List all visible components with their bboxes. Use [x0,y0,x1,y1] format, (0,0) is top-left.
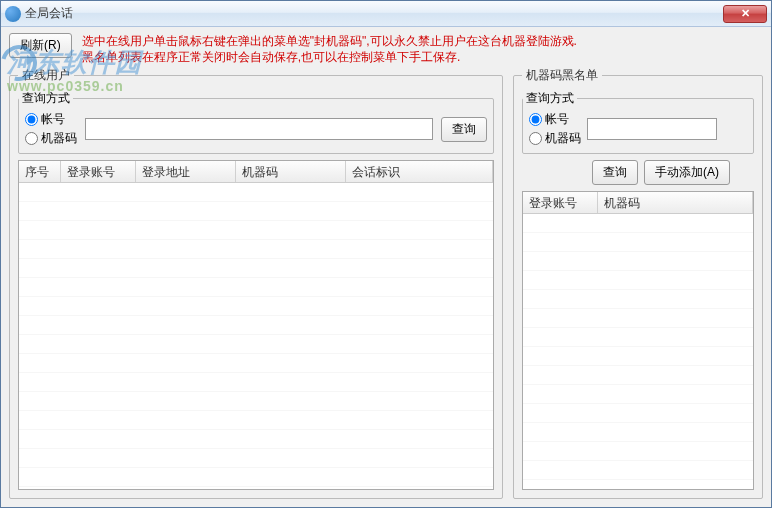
left-col-account[interactable]: 登录账号 [61,161,136,182]
left-listview-header: 序号 登录账号 登录地址 机器码 会话标识 [19,161,493,183]
left-search-button[interactable]: 查询 [441,117,487,142]
left-col-machinecode[interactable]: 机器码 [236,161,346,182]
hint-line-2: 黑名单列表在程序正常关闭时会自动保存,也可以在控制菜单下手工保存. [82,49,577,65]
left-radio-machinecode[interactable]: 机器码 [25,130,77,147]
left-query-legend: 查询方式 [19,90,73,107]
app-icon [5,6,21,22]
hint-text: 选中在线用户单击鼠标右键在弹出的菜单选"封机器码",可以永久禁止用户在这台机器登… [82,33,577,65]
left-query-group: 查询方式 帐号 机器码 [18,90,494,154]
left-radio-machinecode-label: 机器码 [41,130,77,147]
left-radio-machinecode-input[interactable] [25,132,38,145]
right-radio-machinecode[interactable]: 机器码 [529,130,581,147]
left-col-index[interactable]: 序号 [19,161,61,182]
manual-add-button[interactable]: 手动添加(A) [644,160,730,185]
left-search-input[interactable] [85,118,433,140]
left-radio-account-input[interactable] [25,113,38,126]
right-listview-body[interactable] [523,214,753,489]
left-query-inner: 帐号 机器码 查询 [19,107,493,153]
left-radio-group: 帐号 机器码 [25,111,77,147]
right-listview[interactable]: 登录账号 机器码 [522,191,754,490]
right-radio-account-label: 帐号 [545,111,569,128]
right-radio-machinecode-label: 机器码 [545,130,581,147]
left-radio-account[interactable]: 帐号 [25,111,77,128]
close-button[interactable]: ✕ [723,5,767,23]
window: 全局会话 ✕ 刷新(R) 选中在线用户单击鼠标右键在弹出的菜单选"封机器码",可… [0,0,772,508]
right-radio-account[interactable]: 帐号 [529,111,581,128]
right-listview-header: 登录账号 机器码 [523,192,753,214]
online-users-group: 在线用户 查询方式 帐号 机器码 [9,67,503,499]
left-listview-body[interactable] [19,183,493,489]
close-icon: ✕ [741,7,750,20]
content-area: 刷新(R) 选中在线用户单击鼠标右键在弹出的菜单选"封机器码",可以永久禁止用户… [1,27,771,507]
left-listview[interactable]: 序号 登录账号 登录地址 机器码 会话标识 [18,160,494,490]
window-title: 全局会话 [25,5,723,22]
right-buttons-row: 查询 手动添加(A) [592,160,754,185]
right-radio-machinecode-input[interactable] [529,132,542,145]
right-col-machinecode[interactable]: 机器码 [598,192,753,213]
right-radio-account-input[interactable] [529,113,542,126]
top-row: 刷新(R) 选中在线用户单击鼠标右键在弹出的菜单选"封机器码",可以永久禁止用户… [9,33,763,63]
right-search-input[interactable] [587,118,717,140]
left-col-sessionid[interactable]: 会话标识 [346,161,493,182]
right-query-group: 查询方式 帐号 机器码 [522,90,754,154]
blacklist-legend: 机器码黑名单 [522,67,602,84]
hint-line-1: 选中在线用户单击鼠标右键在弹出的菜单选"封机器码",可以永久禁止用户在这台机器登… [82,33,577,49]
right-query-legend: 查询方式 [523,90,577,107]
left-col-address[interactable]: 登录地址 [136,161,236,182]
left-radio-account-label: 帐号 [41,111,65,128]
right-radio-group: 帐号 机器码 [529,111,581,147]
right-search-button[interactable]: 查询 [592,160,638,185]
right-col-account[interactable]: 登录账号 [523,192,598,213]
main-columns: 在线用户 查询方式 帐号 机器码 [9,67,763,499]
blacklist-group: 机器码黑名单 查询方式 帐号 机器码 [513,67,763,499]
titlebar[interactable]: 全局会话 ✕ [1,1,771,27]
right-query-inner: 帐号 机器码 [523,107,753,153]
online-users-legend: 在线用户 [18,67,74,84]
refresh-button[interactable]: 刷新(R) [9,33,72,58]
